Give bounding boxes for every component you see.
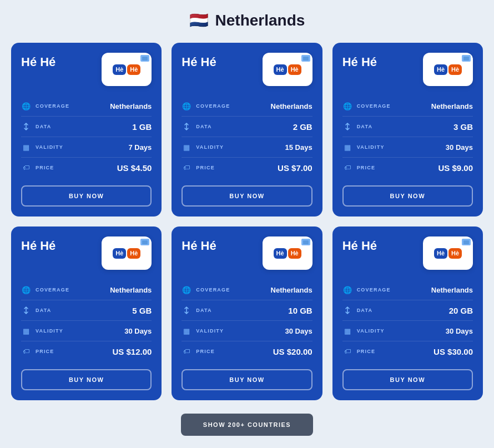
globe-icon xyxy=(21,285,31,295)
price-icon xyxy=(182,346,191,356)
buy-now-button[interactable]: BUY NOW xyxy=(182,369,312,390)
data-icon xyxy=(21,305,31,315)
validity-row: VALIDITY 30 Days xyxy=(21,321,152,341)
coverage-value: Netherlands xyxy=(271,286,312,294)
validity-label: VALIDITY xyxy=(357,328,385,334)
data-row: DATA 2 GB xyxy=(182,117,312,137)
price-value: US $12.00 xyxy=(112,347,152,356)
data-row: DATA 5 GB xyxy=(21,300,152,321)
chip-icon xyxy=(462,55,471,62)
validity-value: 15 Days xyxy=(285,143,312,152)
coverage-value: Netherlands xyxy=(271,102,312,110)
coverage-row: COVERAGE Netherlands xyxy=(342,280,473,300)
show-more-container: SHOW 200+ COUNTRIES xyxy=(11,414,483,436)
data-label: DATA xyxy=(36,308,51,313)
globe-icon xyxy=(342,285,352,295)
coverage-value: Netherlands xyxy=(110,102,152,110)
card-title: Hé Hé xyxy=(342,236,377,253)
data-label: DATA xyxy=(196,308,211,313)
validity-label: VALIDITY xyxy=(357,144,385,150)
calendar-icon xyxy=(182,326,191,336)
validity-label: VALIDITY xyxy=(196,144,224,150)
price-value: US $7.00 xyxy=(278,163,312,173)
data-label: DATA xyxy=(357,124,372,129)
coverage-label: COVERAGE xyxy=(196,103,230,109)
price-row: PRICE US $7.00 xyxy=(182,158,312,178)
buy-now-button[interactable]: BUY NOW xyxy=(342,369,473,390)
coverage-label: COVERAGE xyxy=(36,287,69,293)
calendar-icon xyxy=(342,326,352,336)
price-icon xyxy=(342,346,352,356)
card-logo: Hè Hè xyxy=(102,236,152,270)
esim-card-5: Hé Hé Hè Hè COVERAGE Netherlands xyxy=(172,226,322,400)
validity-row: VALIDITY 30 Days xyxy=(182,321,312,341)
page-header: 🇳🇱 Netherlands xyxy=(11,11,483,29)
data-label: DATA xyxy=(36,124,51,129)
logo-he-orange: Hè xyxy=(127,248,140,259)
card-title: Hé Hé xyxy=(182,53,216,69)
show-more-button[interactable]: SHOW 200+ COUNTRIES xyxy=(181,414,313,436)
data-value: 5 GB xyxy=(132,306,152,315)
calendar-icon xyxy=(342,142,352,152)
data-icon xyxy=(21,122,31,132)
logo-inner: Hè Hè xyxy=(274,248,301,259)
chip-icon xyxy=(462,239,471,245)
data-icon xyxy=(342,305,352,315)
card-logo: Hè Hè xyxy=(423,53,473,86)
data-label: DATA xyxy=(196,124,211,129)
validity-value: 30 Days xyxy=(124,327,152,335)
coverage-row: COVERAGE Netherlands xyxy=(182,96,312,117)
card-header: Hé Hé Hè Hè xyxy=(21,53,152,86)
price-row: PRICE US $30.00 xyxy=(342,341,473,361)
coverage-label: COVERAGE xyxy=(36,103,69,109)
buy-now-button[interactable]: BUY NOW xyxy=(21,185,152,207)
logo-inner: Hè Hè xyxy=(434,248,462,259)
logo-he-orange: Hè xyxy=(288,64,301,75)
esim-card-3: Hé Hé Hè Hè COVERAGE Netherlands xyxy=(332,43,483,217)
chip-icon xyxy=(301,55,310,62)
logo-he-orange: Hè xyxy=(288,248,301,259)
price-label: PRICE xyxy=(196,349,215,354)
price-row: PRICE US $12.00 xyxy=(21,341,152,361)
esim-card-6: Hé Hé Hè Hè COVERAGE Netherlands xyxy=(332,226,483,400)
calendar-icon xyxy=(21,142,31,152)
logo-inner: Hè Hè xyxy=(274,64,301,75)
card-title: Hé Hé xyxy=(182,236,216,253)
calendar-icon xyxy=(21,326,31,336)
price-icon xyxy=(21,163,31,173)
card-logo: Hè Hè xyxy=(263,236,312,270)
coverage-value: Netherlands xyxy=(110,286,152,294)
data-value: 3 GB xyxy=(453,122,473,132)
page-title: Netherlands xyxy=(215,12,305,29)
validity-label: VALIDITY xyxy=(196,328,224,334)
data-row: DATA 10 GB xyxy=(182,300,312,321)
validity-label: VALIDITY xyxy=(36,328,63,334)
logo-he-blue: Hè xyxy=(274,248,287,259)
coverage-value: Netherlands xyxy=(431,286,473,294)
coverage-label: COVERAGE xyxy=(357,103,391,109)
data-row: DATA 20 GB xyxy=(342,300,473,321)
price-row: PRICE US $4.50 xyxy=(21,158,152,178)
logo-he-orange: Hè xyxy=(127,64,140,75)
validity-value: 7 Days xyxy=(128,143,152,152)
validity-row: VALIDITY 7 Days xyxy=(21,137,152,158)
buy-now-button[interactable]: BUY NOW xyxy=(342,185,473,207)
logo-inner: Hè Hè xyxy=(113,248,140,259)
coverage-label: COVERAGE xyxy=(357,287,391,293)
price-value: US $9.00 xyxy=(438,163,473,173)
price-icon xyxy=(182,163,191,173)
price-row: PRICE US $20.00 xyxy=(182,341,312,361)
cards-grid: Hé Hé Hè Hè COVERAGE Netherlands xyxy=(11,43,483,400)
coverage-row: COVERAGE Netherlands xyxy=(182,280,312,300)
globe-icon xyxy=(21,101,31,111)
coverage-row: COVERAGE Netherlands xyxy=(342,96,473,117)
data-value: 10 GB xyxy=(288,306,312,315)
logo-he-orange: Hè xyxy=(448,248,462,259)
card-title: Hé Hé xyxy=(21,53,56,69)
buy-now-button[interactable]: BUY NOW xyxy=(182,185,312,207)
card-logo: Hè Hè xyxy=(423,236,473,270)
buy-now-button[interactable]: BUY NOW xyxy=(21,369,152,390)
price-icon xyxy=(21,346,31,356)
esim-card-2: Hé Hé Hè Hè COVERAGE Netherlands xyxy=(172,43,322,217)
coverage-row: COVERAGE Netherlands xyxy=(21,96,152,117)
